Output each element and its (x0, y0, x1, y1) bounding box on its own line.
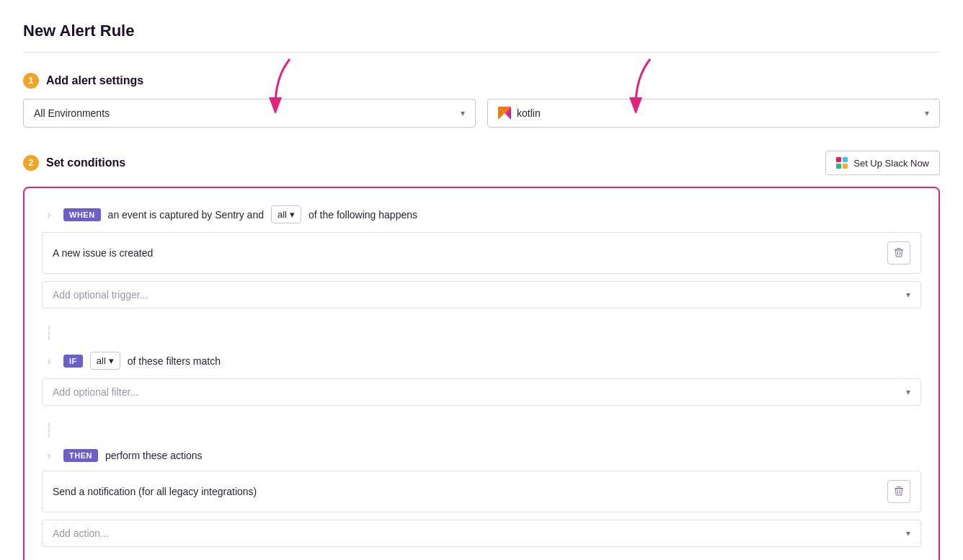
then-block: › THEN perform these actions Send a noti… (42, 449, 921, 547)
step2-header: 2 Set conditions (23, 155, 125, 171)
divider-2 (48, 423, 921, 437)
then-drag-handle[interactable]: › (42, 449, 56, 462)
if-all-select[interactable]: all ▾ (90, 352, 120, 370)
if-tag: IF (63, 355, 83, 368)
environment-chevron-icon: ▾ (461, 108, 465, 118)
then-tag: THEN (63, 449, 98, 462)
trigger-item-text: A new issue is created (53, 247, 153, 259)
action-item-box: Send a notification (for all legacy inte… (42, 471, 921, 512)
when-row: › WHEN an event is captured by Sentry an… (42, 205, 921, 223)
project-dropdown[interactable]: kotlin ▾ (487, 99, 940, 128)
slack-button-label: Set Up Slack Now (853, 158, 929, 169)
environment-dropdown[interactable]: All Environments ▾ (23, 99, 476, 128)
when-drag-handle[interactable]: › (42, 208, 56, 221)
add-action-dropdown[interactable]: Add action... ▾ (42, 520, 921, 547)
trigger-item-box: A new issue is created (42, 232, 921, 274)
add-action-placeholder: Add action... (53, 528, 109, 539)
when-suffix-text: of the following happens (309, 209, 417, 221)
step1-header: 1 Add alert settings (23, 73, 940, 89)
then-prefix-text: perform these actions (105, 450, 203, 461)
if-drag-handle[interactable]: › (42, 355, 56, 368)
project-value: kotlin (517, 107, 541, 119)
trash-icon (894, 247, 904, 259)
if-suffix-text: of these filters match (128, 355, 221, 367)
delete-trigger-button[interactable] (887, 241, 910, 265)
project-chevron-icon: ▾ (925, 108, 929, 118)
conditions-container: › WHEN an event is captured by Sentry an… (23, 187, 940, 560)
add-filter-placeholder: Add optional filter... (53, 386, 138, 398)
add-action-chevron-icon: ▾ (906, 528, 910, 538)
when-prefix-text: an event is captured by Sentry and (108, 209, 264, 221)
step2-title: Set conditions (46, 156, 125, 169)
step2-badge: 2 (23, 155, 39, 171)
then-row: › THEN perform these actions (42, 449, 921, 462)
delete-action-button[interactable] (887, 480, 910, 503)
if-row: › IF all ▾ of these filters match (42, 352, 921, 370)
dropdowns-row: All Environments ▾ (23, 99, 940, 128)
add-trigger-dropdown[interactable]: Add optional trigger... ▾ (42, 281, 921, 308)
kotlin-icon (498, 107, 511, 120)
divider-1 (48, 326, 921, 340)
add-filter-dropdown[interactable]: Add optional filter... ▾ (42, 378, 921, 406)
svg-rect-6 (897, 248, 901, 249)
action-item-text: Send a notification (for all legacy inte… (53, 486, 257, 497)
when-block: › WHEN an event is captured by Sentry an… (42, 205, 921, 308)
when-selector-value: all (278, 209, 287, 220)
add-trigger-placeholder: Add optional trigger... (53, 289, 148, 301)
step1-title: Add alert settings (46, 74, 143, 87)
when-chevron-icon: ▾ (290, 209, 295, 220)
add-trigger-chevron-icon: ▾ (906, 290, 910, 300)
if-block: › IF all ▾ of these filters match Add op… (42, 352, 921, 406)
set-up-slack-button[interactable]: Set Up Slack Now (825, 151, 940, 175)
step1-badge: 1 (23, 73, 39, 89)
if-chevron-icon: ▾ (109, 355, 114, 366)
if-selector-value: all (97, 355, 106, 366)
when-all-select[interactable]: all ▾ (271, 205, 301, 223)
trash-icon-2 (894, 486, 904, 498)
slack-icon (836, 157, 848, 169)
step2-header-row: 2 Set conditions Set Up Slack Now (23, 151, 940, 175)
add-filter-chevron-icon: ▾ (906, 387, 910, 397)
svg-rect-10 (897, 486, 901, 487)
environment-value: All Environments (34, 107, 110, 119)
when-tag: WHEN (63, 208, 101, 221)
page-title: New Alert Rule (23, 22, 940, 53)
